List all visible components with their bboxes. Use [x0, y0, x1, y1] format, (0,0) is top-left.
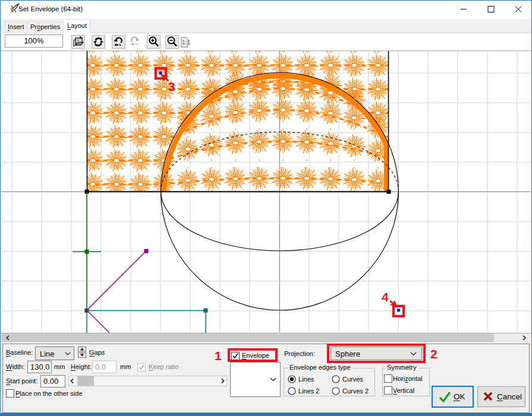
svg-text:1:1: 1:1 — [182, 39, 191, 46]
svg-text:4: 4 — [382, 290, 389, 304]
svg-text:3: 3 — [168, 80, 175, 93]
